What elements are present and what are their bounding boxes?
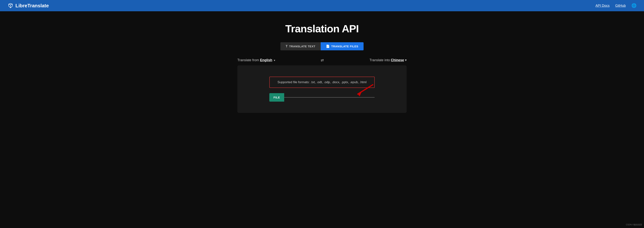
- files-tab-icon: 📄: [326, 44, 330, 48]
- libretranslate-icon: [8, 3, 14, 9]
- translate-text-label: TRANSLATE TEXT: [289, 45, 315, 48]
- language-globe-icon[interactable]: 🌐: [632, 3, 636, 8]
- supported-formats-label: Supported file formats: .txt, .odt, .odp…: [278, 80, 366, 84]
- translate-files-label: TRANSLATE FILES: [331, 45, 358, 48]
- translate-text-tab[interactable]: T TRANSLATE TEXT: [280, 42, 321, 50]
- translate-into-label: Translate into: [370, 58, 390, 62]
- github-link[interactable]: GitHub: [615, 4, 626, 8]
- svg-line-0: [358, 85, 373, 94]
- upload-area: Supported file formats: .txt, .odt, .odp…: [237, 65, 407, 113]
- swap-languages-icon[interactable]: ⇄: [321, 58, 324, 62]
- source-language-selector[interactable]: Translate from English ▾: [237, 58, 275, 62]
- source-lang-chevron: ▾: [274, 59, 275, 62]
- translate-files-tab[interactable]: 📄 TRANSLATE FILES: [321, 42, 364, 50]
- watermark: CSDN ©杨洛老苏: [626, 223, 642, 226]
- main-content: Translation API T TRANSLATE TEXT 📄 TRANS…: [0, 11, 644, 120]
- brand-label: LibreTranslate: [16, 3, 49, 9]
- watermark-text: CSDN ©杨洛老苏: [626, 224, 642, 226]
- text-tab-icon: T: [286, 45, 288, 48]
- api-docs-link[interactable]: API Docs: [596, 4, 610, 8]
- target-language-selector[interactable]: Translate into Chinese ▾: [370, 58, 407, 62]
- tab-buttons: T TRANSLATE TEXT 📄 TRANSLATE FILES: [280, 42, 364, 50]
- red-arrow-annotation: [354, 83, 376, 98]
- brand-logo[interactable]: LibreTranslate: [8, 3, 49, 9]
- target-language: Chinese: [391, 58, 404, 62]
- navbar-links: API Docs GitHub 🌐: [596, 3, 636, 8]
- source-language: English: [260, 58, 272, 62]
- navbar: LibreTranslate API Docs GitHub 🌐: [0, 0, 644, 11]
- target-lang-chevron: ▾: [405, 58, 407, 62]
- page-title: Translation API: [285, 22, 359, 35]
- file-button[interactable]: FILE: [269, 93, 284, 102]
- translate-from-label: Translate from: [237, 58, 259, 62]
- translation-controls: Translate from English ▾ ⇄ Translate int…: [237, 58, 407, 62]
